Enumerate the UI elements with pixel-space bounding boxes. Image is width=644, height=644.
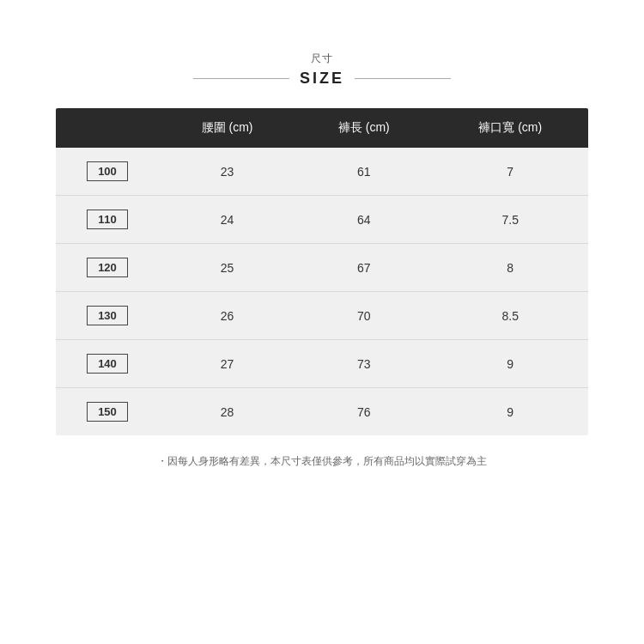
waist-cell: 25 bbox=[159, 244, 295, 292]
size-cell: 100 bbox=[56, 148, 159, 196]
page-wrapper: 尺寸 SIZE 腰圍 (cm) 褲長 (cm) 褲口寬 (cm) 1002361… bbox=[0, 0, 644, 644]
size-badge: 100 bbox=[87, 161, 128, 181]
footnote: ・因每人身形略有差異，本尺寸表僅供參考，所有商品均以實際試穿為主 bbox=[56, 453, 588, 471]
waist-cell: 28 bbox=[159, 388, 295, 436]
col-header-length: 褲長 (cm) bbox=[295, 108, 432, 148]
table-row: 11024647.5 bbox=[56, 196, 588, 244]
length-cell: 67 bbox=[295, 244, 432, 292]
section-title: 尺寸 SIZE bbox=[193, 52, 451, 88]
size-table-container: 腰圍 (cm) 褲長 (cm) 褲口寬 (cm) 100236171102464… bbox=[56, 108, 588, 435]
hem-cell: 9 bbox=[432, 388, 588, 436]
col-header-size bbox=[56, 108, 159, 148]
col-header-waist: 腰圍 (cm) bbox=[159, 108, 295, 148]
table-row: 15028769 bbox=[56, 388, 588, 436]
col-header-hem: 褲口寬 (cm) bbox=[432, 108, 588, 148]
size-cell: 120 bbox=[56, 244, 159, 292]
size-cell: 150 bbox=[56, 388, 159, 436]
size-badge: 150 bbox=[87, 402, 128, 422]
size-cell: 140 bbox=[56, 340, 159, 388]
length-cell: 70 bbox=[295, 292, 432, 340]
table-header-row: 腰圍 (cm) 褲長 (cm) 褲口寬 (cm) bbox=[56, 108, 588, 148]
size-cell: 110 bbox=[56, 196, 159, 244]
title-divider: SIZE bbox=[193, 70, 451, 88]
length-cell: 76 bbox=[295, 388, 432, 436]
table-row: 10023617 bbox=[56, 148, 588, 196]
hem-cell: 8 bbox=[432, 244, 588, 292]
waist-cell: 26 bbox=[159, 292, 295, 340]
divider-right bbox=[355, 78, 451, 79]
size-cell: 130 bbox=[56, 292, 159, 340]
size-badge: 130 bbox=[87, 306, 128, 325]
table-row: 13026708.5 bbox=[56, 292, 588, 340]
size-badge: 140 bbox=[87, 354, 128, 374]
length-cell: 73 bbox=[295, 340, 432, 388]
title-english: SIZE bbox=[300, 70, 344, 88]
size-badge: 120 bbox=[87, 258, 128, 277]
length-cell: 61 bbox=[295, 148, 432, 196]
hem-cell: 9 bbox=[432, 340, 588, 388]
hem-cell: 7.5 bbox=[432, 196, 588, 244]
waist-cell: 24 bbox=[159, 196, 295, 244]
hem-cell: 7 bbox=[432, 148, 588, 196]
hem-cell: 8.5 bbox=[432, 292, 588, 340]
size-badge: 110 bbox=[87, 210, 128, 229]
length-cell: 64 bbox=[295, 196, 432, 244]
waist-cell: 23 bbox=[159, 148, 295, 196]
table-row: 12025678 bbox=[56, 244, 588, 292]
size-table: 腰圍 (cm) 褲長 (cm) 褲口寬 (cm) 100236171102464… bbox=[56, 108, 588, 435]
table-row: 14027739 bbox=[56, 340, 588, 388]
waist-cell: 27 bbox=[159, 340, 295, 388]
title-chinese: 尺寸 bbox=[311, 52, 333, 66]
divider-left bbox=[193, 78, 289, 79]
